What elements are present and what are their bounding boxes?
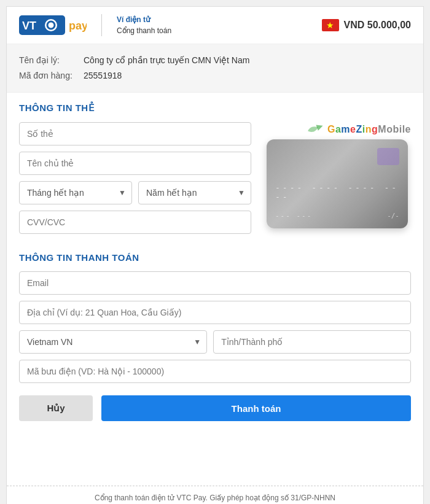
city-input-wrap xyxy=(213,330,411,354)
currency-display: VND 50.000,00 xyxy=(344,20,411,31)
country-city-row: Vietnam VNThailand THSingapore SGUSA US … xyxy=(19,330,411,354)
header-right: ★ VND 50.000,00 xyxy=(322,19,411,31)
cvv-input[interactable] xyxy=(19,211,251,234)
flag-star: ★ xyxy=(326,20,334,30)
cancel-button[interactable]: Hủy xyxy=(19,395,93,421)
card-section: Tháng hết hạn010203040506070809101112 ▼ … xyxy=(19,122,411,240)
card-bottom: --- --- -/- xyxy=(275,212,399,220)
svg-marker-5 xyxy=(316,123,324,131)
cvv-group xyxy=(19,211,251,234)
month-select-wrap: Tháng hết hạn010203040506070809101112 ▼ xyxy=(19,181,132,204)
amount-value: 50.000,00 xyxy=(367,20,411,30)
payment-info-section: THÔNG TIN THANH TOÁN Vietnam VNThailand … xyxy=(19,252,411,427)
city-input[interactable] xyxy=(213,330,411,354)
agent-label: Tên đại lý: xyxy=(19,53,77,68)
merchant-order-row: Mã đơn hàng: 25551918 xyxy=(19,68,411,83)
country-select-wrap: Vietnam VNThailand THSingapore SGUSA US … xyxy=(19,330,207,354)
credit-card-visual: ---- ---- ---- ---- --- --- -/- xyxy=(267,139,408,228)
card-number-display: ---- ---- ---- ---- xyxy=(275,183,399,201)
vietnam-flag: ★ xyxy=(322,19,339,31)
expiry-row: Tháng hết hạn010203040506070809101112 ▼ … xyxy=(19,181,251,204)
card-expiry-display: -/- xyxy=(387,212,399,220)
agent-value: Công ty cổ phần trực tuyến CMN Việt Nam xyxy=(84,53,249,68)
pay-button[interactable]: Thanh toán xyxy=(101,395,411,421)
email-input[interactable] xyxy=(19,271,411,295)
card-section-title: THÔNG TIN THẺ xyxy=(19,103,411,114)
gamezingmobile-watermark: GameZingMobile xyxy=(264,122,411,137)
order-value: 25551918 xyxy=(84,68,122,83)
card-holder-group xyxy=(19,152,251,175)
subtitle-line1: Ví điện tử xyxy=(117,14,171,25)
footer-text: Cổng thanh toán điện tử VTC Pay. Giấy ph… xyxy=(95,494,335,502)
postal-input[interactable] xyxy=(19,360,411,383)
country-select[interactable]: Vietnam VNThailand THSingapore SGUSA US xyxy=(19,330,207,354)
header-subtitle: Ví điện tử Cổng thanh toán xyxy=(117,14,171,36)
card-holder-input[interactable] xyxy=(19,152,251,175)
vtc-logo-svg: VT pay xyxy=(19,13,87,37)
card-holder-display: --- --- xyxy=(275,212,312,220)
order-label: Mã đơn hàng: xyxy=(19,68,77,83)
card-form-left: Tháng hết hạn010203040506070809101112 ▼ … xyxy=(19,122,251,240)
postal-group xyxy=(19,360,411,383)
logo-divider xyxy=(101,14,102,36)
gamezingmobile-text: GameZingMobile xyxy=(327,124,411,135)
year-select[interactable]: Năm hết hạn2024202520262027202820292030 xyxy=(138,181,251,204)
month-select[interactable]: Tháng hết hạn010203040506070809101112 xyxy=(19,181,132,204)
card-visual-area: GameZingMobile ---- ---- ---- ---- --- -… xyxy=(264,122,411,240)
card-number-group xyxy=(19,122,251,145)
footer: Cổng thanh toán điện tử VTC Pay. Giấy ph… xyxy=(7,486,423,504)
merchant-agent-row: Tên đại lý: Công ty cổ phần trực tuyến C… xyxy=(19,53,411,68)
address-input[interactable] xyxy=(19,301,411,324)
email-group xyxy=(19,271,411,295)
currency-code: VND xyxy=(344,20,365,30)
merchant-info: Tên đại lý: Công ty cổ phần trực tuyến C… xyxy=(7,44,423,93)
card-chip-icon xyxy=(377,148,399,165)
content-area: THÔNG TIN THẺ Tháng hết hạn0102030405060… xyxy=(7,93,423,486)
payment-section-title: THÔNG TIN THANH TOÁN xyxy=(19,252,411,263)
address-group xyxy=(19,301,411,324)
year-select-wrap: Năm hết hạn2024202520262027202820292030 … xyxy=(138,181,251,204)
card-number-input[interactable] xyxy=(19,122,251,145)
subtitle-line2: Cổng thanh toán xyxy=(117,25,171,36)
vtc-pay-logo: VT pay xyxy=(19,13,87,37)
button-row: Hủy Thanh toán xyxy=(19,395,411,427)
header: VT pay Ví điện tử Cổng thanh toán ★ VND … xyxy=(7,7,423,44)
svg-text:pay: pay xyxy=(69,20,87,32)
watermark-arrow-icon xyxy=(305,120,326,138)
svg-text:VT: VT xyxy=(22,20,36,32)
main-container: VT pay Ví điện tử Cổng thanh toán ★ VND … xyxy=(6,6,424,504)
logo-area: VT pay Ví điện tử Cổng thanh toán xyxy=(19,13,171,37)
